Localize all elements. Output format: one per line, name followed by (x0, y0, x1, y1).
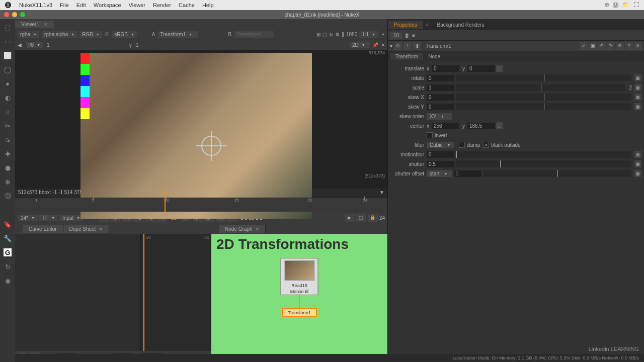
mode-dropdown[interactable]: 2D▼ (350, 42, 370, 48)
anim-btn[interactable]: ▦ (634, 84, 641, 91)
shutter-slider[interactable] (456, 160, 631, 167)
skewx-input[interactable]: 0 (427, 94, 454, 101)
minimize-window[interactable] (12, 12, 17, 17)
node-subtab[interactable]: Node (423, 53, 445, 60)
timeline[interactable]: 1 5 10 15 20 24 10 (15, 198, 387, 212)
tool-move[interactable]: ✚ (4, 150, 12, 158)
inputmode-dropdown[interactable]: Input▼ (59, 215, 83, 221)
alpha-dropdown[interactable]: rgba.alpha▼ (42, 31, 77, 38)
clamp-checkbox[interactable] (459, 142, 465, 148)
m-icon[interactable]: Ⓜ (613, 2, 618, 9)
anim-btn[interactable]: ▦ (634, 151, 641, 158)
node-connector[interactable] (299, 294, 300, 308)
tool-wrench[interactable]: 🔧 (4, 234, 12, 242)
wipe-icon[interactable]: ⊞ (316, 32, 320, 37)
close-icon[interactable]: ✕ (99, 226, 103, 232)
maximize-window[interactable] (20, 12, 25, 17)
notes-icon[interactable]: ▣ (589, 42, 597, 50)
tool-knife[interactable]: ✂ (4, 122, 12, 130)
pin-icon[interactable]: ! (404, 42, 412, 50)
anim-btn[interactable]: ⬚ (496, 122, 503, 129)
screen-icon[interactable]: ⎚ (605, 2, 609, 9)
gamma-value[interactable]: 1 (47, 42, 50, 48)
colorspace-dropdown[interactable]: RGB▼ (79, 31, 102, 38)
bg-renders-tab[interactable]: Background Renders (431, 21, 491, 29)
float-icon[interactable]: ⬀ (580, 42, 588, 50)
anim-btn[interactable]: ⬚ (496, 65, 503, 72)
input-b-dropdown[interactable]: Transform1 (234, 31, 274, 38)
anim-btn[interactable]: ▦ (634, 94, 641, 101)
lut-dropdown[interactable]: sRGB▼ (112, 31, 137, 38)
undo-icon[interactable]: ↶ (598, 42, 606, 50)
blackoutside-checkbox[interactable]: ✕ (483, 142, 489, 148)
sync-dropdown[interactable]: TF▼ (39, 215, 58, 221)
fullscreen-icon[interactable]: ⛶ (633, 2, 639, 9)
gear-icon[interactable]: ⚙ (335, 32, 340, 37)
clip-icon[interactable]: ✕ (381, 42, 385, 48)
motionblur-input[interactable]: 0 (427, 151, 454, 158)
shutteroffset-dropdown[interactable]: start▼ (427, 170, 452, 177)
in-icon[interactable]: ▶ (345, 214, 355, 222)
menu-cache[interactable]: Cache (179, 2, 195, 8)
close-window[interactable] (4, 12, 9, 17)
fstop-dropdown[interactable]: f/8▼ (26, 42, 43, 48)
fps-dropdown[interactable]: 24*▼ (18, 215, 38, 221)
curve-graph[interactable]: 50 50 (141, 234, 211, 351)
pin-icon[interactable]: 📌 (372, 42, 378, 48)
tool-cube[interactable]: ⬢ (4, 164, 12, 172)
skeworder-dropdown[interactable]: XY▼ (427, 113, 452, 120)
ip-toggle[interactable]: IP (105, 32, 109, 37)
tool-gradient[interactable]: ◐ (4, 94, 12, 102)
rotate-input[interactable]: 0 (427, 75, 454, 81)
tool-layers[interactable]: ≋ (4, 136, 12, 144)
tool-d[interactable]: Ⓓ (4, 192, 12, 200)
close-tab-icon[interactable]: ✕ (44, 22, 48, 27)
menu-render[interactable]: Render (153, 2, 171, 8)
dope-sheet-tab[interactable]: Dope Sheet✕ (63, 225, 110, 233)
menu-help[interactable]: Help (202, 2, 214, 8)
translate-y-input[interactable]: 0 (467, 65, 495, 72)
panel-count[interactable]: 10 (390, 32, 402, 39)
invert-checkbox[interactable] (427, 132, 433, 138)
filter-dropdown[interactable]: Cubic▼ (427, 142, 454, 148)
center-x-input[interactable]: 256 (432, 123, 459, 129)
rotate-slider[interactable] (456, 74, 631, 81)
node-graph-canvas[interactable]: 2D Transformations Read15 Marcie.tif Tra… (211, 234, 387, 362)
center-icon[interactable]: ⊙ (394, 42, 402, 50)
tool-rect[interactable]: ▭ (4, 37, 12, 45)
refresh-icon[interactable]: ↻ (329, 32, 333, 37)
tool-pointer[interactable]: ⬚ (4, 23, 12, 31)
revert-icon[interactable]: ⟲ (616, 42, 624, 50)
node-graph-tab[interactable]: Node Graph✕ (219, 225, 266, 233)
transform-node[interactable]: Transform1 (282, 308, 317, 317)
menu-file[interactable]: File (60, 2, 69, 8)
out-icon[interactable]: ⬚ (356, 214, 366, 222)
disclosure-icon[interactable]: ▾ (390, 43, 392, 49)
pause-icon[interactable]: ‖ (342, 32, 344, 37)
tool-ring[interactable]: ○ (4, 108, 12, 116)
tool-snow[interactable]: ❋ (4, 178, 12, 186)
menu-edit[interactable]: Edit (76, 2, 86, 8)
menu-workspace[interactable]: Workspace (94, 2, 121, 8)
prev-icon[interactable]: ◀ (18, 42, 22, 48)
input-a-dropdown[interactable]: Transform1▼ (158, 31, 198, 38)
trash-icon[interactable]: 🗑 (405, 33, 410, 38)
curve-editor-tab[interactable]: Curve Editor (23, 225, 63, 233)
properties-tab[interactable]: Properties (388, 21, 423, 29)
shutteroffset-slider[interactable] (484, 170, 631, 177)
zoom-value[interactable]: 1080 (346, 32, 357, 37)
tool-circle[interactable]: ◯ (4, 65, 12, 73)
tool-dot[interactable]: ● (4, 79, 12, 87)
viewer-tab-1[interactable]: Viewer1 ✕ (15, 21, 54, 28)
shutteroffset-val[interactable]: 0 (454, 170, 481, 177)
playhead[interactable]: 10 (165, 197, 166, 212)
roi-icon[interactable]: ⬚ (323, 32, 327, 37)
app-name[interactable]: NukeX11.1v3 (19, 2, 52, 8)
color-icon[interactable]: ▮ (413, 42, 421, 50)
anim-btn[interactable]: ▦ (634, 103, 641, 110)
lock-icon[interactable]: 🔒 (368, 214, 378, 222)
apple-icon[interactable]: 🅧 (5, 2, 12, 9)
gamma2-value[interactable]: 1 (136, 42, 139, 48)
tool-refresh[interactable]: ↻ (4, 262, 12, 270)
center-y-input[interactable]: 186.5 (467, 123, 495, 129)
